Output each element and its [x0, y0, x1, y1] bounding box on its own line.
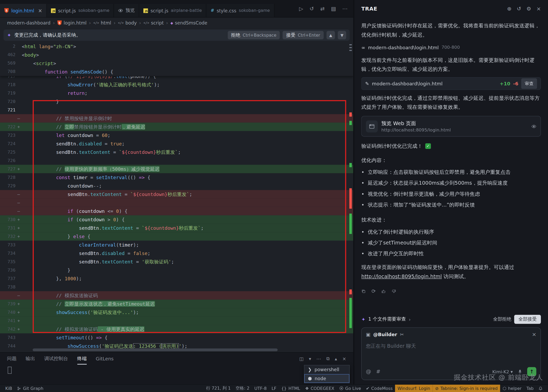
breadcrumb-item-modern-dashboard[interactable]: modern-dashboard	[7, 20, 51, 26]
chevron-up-icon[interactable]: ▴	[335, 356, 337, 361]
breadcrumb-item-login.html[interactable]: 5login.html	[57, 20, 86, 26]
code-line[interactable]: 718 showError('请输入正确的手机号格式');	[0, 80, 353, 89]
status-cursor-position[interactable]: 行 721, 列 1	[204, 384, 233, 392]
gear-icon[interactable]: ⚙	[526, 6, 531, 12]
code-line[interactable]: 569 <script>	[0, 59, 353, 67]
breadcrumb-item-script[interactable]: </>script	[143, 20, 164, 26]
eye-icon[interactable]	[531, 124, 536, 129]
reject-all-button[interactable]: 全部拒绝	[493, 316, 511, 322]
status-windsurf-login[interactable]: Windsurf: Login	[395, 384, 433, 392]
accept-button[interactable]: 接受Ctrl+Enter	[283, 31, 323, 39]
code-line[interactable]: 726	[0, 156, 353, 165]
code-line[interactable]: 731+ sendBtn.textContent = `${countdown}…	[0, 224, 353, 232]
status-codemoss[interactable]: ✔CodeMoss	[363, 384, 395, 392]
status-tabnine[interactable]: ⊘Tabnine: Sign-in is required	[433, 384, 500, 392]
terminal-view[interactable]	[0, 365, 353, 384]
run-icon[interactable]: ▷	[299, 6, 303, 12]
code-line[interactable]: 708 function sendSmsCode() {	[0, 67, 353, 76]
code-line[interactable]: 719 return;	[0, 89, 353, 97]
code-line[interactable]: 742+ // 模拟发送验证码 - 使用更真实的延迟	[0, 325, 353, 333]
chevron-right-icon[interactable]: ›	[409, 316, 411, 322]
close-icon[interactable]: ×	[536, 6, 541, 12]
model-selector[interactable]: Kimi-K2 ▾	[492, 369, 513, 374]
code-line[interactable]: 738	[0, 283, 353, 291]
code-line[interactable]: 734 sendBtn.disabled = false;	[0, 249, 353, 257]
status-git-graph[interactable]: Git Graph	[14, 384, 46, 392]
tab-script.js[interactable]: JSscript.jssokoban-game	[47, 4, 114, 17]
code-line[interactable]: 729 countdown--;	[0, 182, 353, 190]
code-editor[interactable]: 717 if (!/^1[3-9]\d{9}$/.test(phone)) {7…	[0, 42, 353, 352]
next-change-button[interactable]: ▼	[338, 31, 346, 39]
code-line[interactable]: — sendBtn.textContent = `${countdown}秒后重…	[0, 190, 353, 198]
localhost-link[interactable]: http://localhost:8095/login.html	[361, 274, 442, 279]
code-line[interactable]: — // 禁用按钮并显示倒计时	[0, 114, 353, 122]
status-eol[interactable]: LF	[269, 384, 279, 392]
panel-tab-GitLens[interactable]: GitLens	[96, 353, 114, 365]
code-line[interactable]: 743 setTimeout(() => {	[0, 333, 353, 342]
panel-tab-问题[interactable]: 问题	[7, 353, 17, 365]
panel-tab-终端[interactable]: 终端	[77, 353, 87, 365]
more-icon[interactable]: ⋯	[342, 6, 348, 12]
breadcrumb-item-html[interactable]: </>html	[93, 20, 111, 26]
code-line[interactable]: 736 }	[0, 266, 353, 274]
hash-icon[interactable]: #	[376, 369, 381, 375]
accept-all-button[interactable]: 全部接受	[514, 315, 541, 324]
code-line[interactable]: 2<html lang="zh-CN">	[0, 42, 353, 51]
code-line[interactable]: —	[0, 198, 353, 207]
send-button[interactable]: ↑	[527, 367, 536, 376]
panel-tab-调试控制台[interactable]: 调试控制台	[44, 353, 68, 365]
file-reference[interactable]: ∞modern-dashboard\login.html700-800	[361, 43, 541, 52]
chevron-down-icon[interactable]: ▾	[309, 356, 311, 361]
status-go-live[interactable]: ⦿Go Live	[337, 384, 363, 392]
code-line[interactable]: 739+ // 立即显示发送状态，避免setTimeout延迟	[0, 300, 353, 308]
code-line[interactable]: — // 模拟发送验证码	[0, 291, 353, 300]
code-line[interactable]: 462<body>	[0, 51, 353, 59]
chat-composer[interactable]: ▣ @Builder ✂ × 您正在与 Builder 聊天 @ # Kimi-…	[361, 327, 541, 380]
arrange-icon[interactable]: ⧉	[326, 356, 329, 361]
code-line[interactable]: 720 }	[0, 97, 353, 106]
status-language-mode[interactable]: {}HTML	[279, 384, 303, 392]
code-line[interactable]: 724 sendBtn.disabled = true;	[0, 139, 353, 148]
status-notifications[interactable]	[536, 384, 545, 392]
copy-icon[interactable]	[361, 287, 366, 296]
panel-tab-输出[interactable]: 输出	[26, 353, 35, 365]
chat-plus-icon[interactable]: ⊕	[507, 6, 512, 12]
dropdown-item-node[interactable]: ⬢node	[304, 374, 350, 383]
close-icon[interactable]: ×	[38, 8, 42, 13]
code-line[interactable]: 741+	[0, 316, 353, 325]
code-line[interactable]: 721	[0, 106, 353, 114]
preview-card[interactable]: 预览 Web 页面http://localhost:8095/login.htm…	[361, 116, 541, 137]
thumb-down-icon[interactable]	[392, 287, 396, 296]
reject-button[interactable]: 拒绝Ctrl+Backspace	[227, 31, 280, 39]
status-tab-indicator[interactable]: Tab	[524, 384, 536, 392]
breadcrumb-item-sendSmsCode[interactable]: ◆sendSmsCode	[171, 20, 207, 26]
status-helper[interactable]: ⬡helper	[500, 384, 524, 392]
code-line[interactable]: 733 clearInterval(timer);	[0, 241, 353, 249]
code-line[interactable]: 728 const timer = setInterval(() => {	[0, 173, 353, 182]
compare-icon[interactable]: ⇄	[320, 6, 325, 12]
dropdown-item-powershell[interactable]: ❯powershell	[304, 365, 350, 374]
tab-script.js[interactable]: JSscript.jsairplane-battle	[139, 4, 206, 17]
code-line[interactable]: 727+ // 使用更快的更新频率（500ms）减少视觉延迟	[0, 165, 353, 173]
code-line[interactable]: 730+ if (countdown > 0) {	[0, 215, 353, 224]
horizontal-scrollbar[interactable]	[33, 349, 278, 351]
status-encoding[interactable]: UTF-8	[252, 384, 269, 392]
mention-icon[interactable]: @	[366, 369, 371, 375]
code-line[interactable]: 735 sendBtn.textContent = '获取验证码';	[0, 257, 353, 266]
status-codegeex[interactable]: ❖CODEGEEX	[303, 384, 337, 392]
code-line[interactable]: 740+ showSuccess('验证码发送中...');	[0, 308, 353, 316]
mic-icon[interactable]	[518, 369, 522, 374]
more-icon[interactable]: ⋯	[316, 356, 321, 361]
composer-input[interactable]: 您正在与 Builder 聊天	[366, 343, 536, 350]
code-line[interactable]: 722+ // 立即禁用按钮并显示倒计时，避免延迟	[0, 122, 353, 131]
code-line[interactable]: 723 let countdown = 60;	[0, 131, 353, 139]
preview-url[interactable]: http://localhost:8095/login.html	[381, 127, 451, 133]
history-icon[interactable]: ↺	[517, 6, 521, 12]
breadcrumb-item-body[interactable]: </>body	[118, 20, 137, 26]
history-icon[interactable]: ↺	[309, 6, 314, 12]
composer-close-button[interactable]: ×	[532, 331, 536, 337]
code-line[interactable]: 725 sendBtn.textContent = `${countdown}秒…	[0, 148, 353, 156]
code-line[interactable]: 732+ } else {	[0, 232, 353, 241]
status-indentation[interactable]: 空格: 2	[233, 384, 252, 392]
thumb-up-icon[interactable]	[381, 287, 386, 296]
